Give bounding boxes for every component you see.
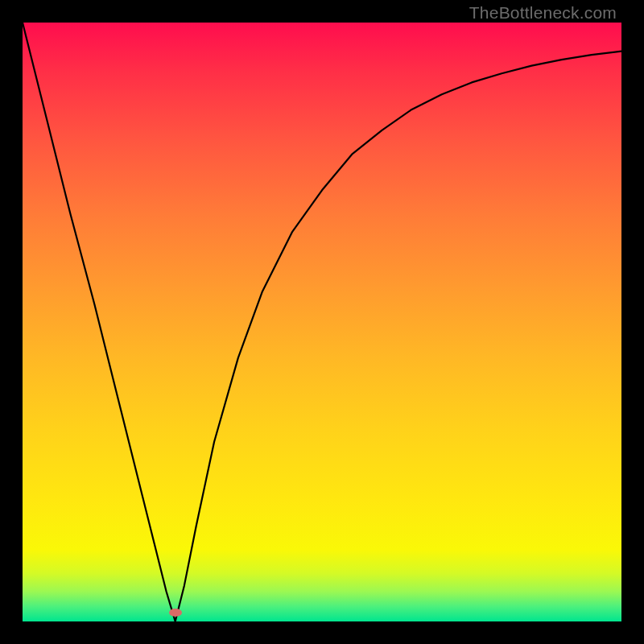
bottleneck-curve — [23, 23, 621, 621]
plot-area — [23, 23, 621, 621]
watermark-text: TheBottleneck.com — [469, 3, 617, 23]
optimal-point-marker — [169, 609, 182, 617]
chart-frame: TheBottleneck.com — [0, 0, 644, 644]
